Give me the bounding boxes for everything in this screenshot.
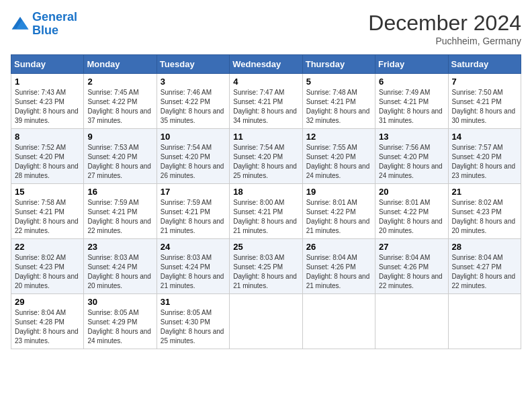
col-header-friday: Friday bbox=[375, 55, 448, 74]
day-detail: Sunrise: 7:52 AMSunset: 4:20 PMDaylight:… bbox=[15, 144, 79, 179]
day-number: 19 bbox=[306, 187, 371, 197]
col-header-monday: Monday bbox=[84, 55, 157, 74]
calendar-cell: 7 Sunrise: 7:50 AMSunset: 4:21 PMDayligh… bbox=[448, 74, 521, 129]
day-detail: Sunrise: 8:01 AMSunset: 4:22 PMDaylight:… bbox=[306, 199, 370, 234]
calendar-header-row: SundayMondayTuesdayWednesdayThursdayFrid… bbox=[11, 55, 521, 74]
day-detail: Sunrise: 8:03 AMSunset: 4:25 PMDaylight:… bbox=[233, 254, 297, 289]
calendar-cell bbox=[302, 294, 375, 349]
day-detail: Sunrise: 7:49 AMSunset: 4:21 PMDaylight:… bbox=[379, 89, 443, 124]
logo: General Blue bbox=[11, 11, 77, 38]
calendar-table: SundayMondayTuesdayWednesdayThursdayFrid… bbox=[11, 54, 521, 349]
calendar-cell: 14 Sunrise: 7:57 AMSunset: 4:20 PMDaylig… bbox=[448, 129, 521, 184]
calendar-cell: 16 Sunrise: 7:59 AMSunset: 4:21 PMDaylig… bbox=[84, 184, 157, 239]
day-detail: Sunrise: 7:54 AMSunset: 4:20 PMDaylight:… bbox=[161, 144, 224, 179]
day-number: 17 bbox=[161, 187, 226, 197]
calendar-cell: 5 Sunrise: 7:48 AMSunset: 4:21 PMDayligh… bbox=[302, 74, 375, 129]
day-number: 3 bbox=[161, 77, 226, 87]
col-header-saturday: Saturday bbox=[448, 55, 521, 74]
day-detail: Sunrise: 8:04 AMSunset: 4:26 PMDaylight:… bbox=[379, 254, 443, 289]
calendar-cell: 18 Sunrise: 8:00 AMSunset: 4:21 PMDaylig… bbox=[230, 184, 302, 239]
day-number: 22 bbox=[15, 242, 80, 252]
day-detail: Sunrise: 8:03 AMSunset: 4:24 PMDaylight:… bbox=[87, 254, 151, 289]
day-detail: Sunrise: 8:05 AMSunset: 4:30 PMDaylight:… bbox=[161, 309, 224, 345]
calendar-cell: 9 Sunrise: 7:53 AMSunset: 4:20 PMDayligh… bbox=[84, 129, 157, 184]
title-area: December 2024 Puchheim, Germany bbox=[368, 11, 521, 46]
day-detail: Sunrise: 7:47 AMSunset: 4:21 PMDaylight:… bbox=[233, 89, 297, 124]
calendar-cell: 22 Sunrise: 8:02 AMSunset: 4:23 PMDaylig… bbox=[11, 239, 84, 294]
day-number: 14 bbox=[452, 132, 517, 142]
calendar-cell: 31 Sunrise: 8:05 AMSunset: 4:30 PMDaylig… bbox=[157, 294, 229, 349]
logo-text: General Blue bbox=[32, 11, 77, 38]
day-detail: Sunrise: 7:43 AMSunset: 4:23 PMDaylight:… bbox=[15, 89, 79, 124]
day-detail: Sunrise: 7:50 AMSunset: 4:21 PMDaylight:… bbox=[452, 89, 516, 124]
month-title: December 2024 bbox=[368, 11, 521, 36]
calendar-cell: 20 Sunrise: 8:01 AMSunset: 4:22 PMDaylig… bbox=[375, 184, 448, 239]
calendar-cell: 6 Sunrise: 7:49 AMSunset: 4:21 PMDayligh… bbox=[375, 74, 448, 129]
calendar-cell bbox=[448, 294, 521, 349]
day-number: 18 bbox=[233, 187, 298, 197]
calendar-cell: 2 Sunrise: 7:45 AMSunset: 4:22 PMDayligh… bbox=[84, 74, 157, 129]
day-number: 7 bbox=[452, 77, 517, 87]
logo-icon bbox=[11, 15, 30, 34]
day-detail: Sunrise: 8:01 AMSunset: 4:22 PMDaylight:… bbox=[379, 199, 443, 234]
calendar-week-row: 15 Sunrise: 7:58 AMSunset: 4:21 PMDaylig… bbox=[11, 184, 521, 239]
day-number: 26 bbox=[306, 242, 371, 252]
day-number: 27 bbox=[379, 242, 444, 252]
day-number: 15 bbox=[15, 187, 80, 197]
day-number: 11 bbox=[233, 132, 298, 142]
day-detail: Sunrise: 7:48 AMSunset: 4:21 PMDaylight:… bbox=[306, 89, 370, 124]
calendar-cell: 17 Sunrise: 7:59 AMSunset: 4:21 PMDaylig… bbox=[157, 184, 229, 239]
col-header-wednesday: Wednesday bbox=[230, 55, 302, 74]
day-number: 8 bbox=[15, 132, 80, 142]
calendar-cell: 25 Sunrise: 8:03 AMSunset: 4:25 PMDaylig… bbox=[230, 239, 302, 294]
day-number: 25 bbox=[233, 242, 298, 252]
col-header-sunday: Sunday bbox=[11, 55, 84, 74]
day-detail: Sunrise: 7:59 AMSunset: 4:21 PMDaylight:… bbox=[161, 199, 224, 234]
calendar-cell bbox=[375, 294, 448, 349]
day-detail: Sunrise: 8:02 AMSunset: 4:23 PMDaylight:… bbox=[15, 254, 79, 289]
calendar-cell bbox=[230, 294, 302, 349]
col-header-tuesday: Tuesday bbox=[157, 55, 229, 74]
calendar-cell: 19 Sunrise: 8:01 AMSunset: 4:22 PMDaylig… bbox=[302, 184, 375, 239]
day-detail: Sunrise: 7:57 AMSunset: 4:20 PMDaylight:… bbox=[452, 144, 516, 179]
day-detail: Sunrise: 7:59 AMSunset: 4:21 PMDaylight:… bbox=[87, 199, 151, 234]
day-detail: Sunrise: 8:04 AMSunset: 4:26 PMDaylight:… bbox=[306, 254, 370, 289]
day-number: 30 bbox=[87, 297, 152, 307]
calendar-cell: 11 Sunrise: 7:54 AMSunset: 4:20 PMDaylig… bbox=[230, 129, 302, 184]
calendar-cell: 1 Sunrise: 7:43 AMSunset: 4:23 PMDayligh… bbox=[11, 74, 84, 129]
day-number: 16 bbox=[87, 187, 152, 197]
calendar-cell: 23 Sunrise: 8:03 AMSunset: 4:24 PMDaylig… bbox=[84, 239, 157, 294]
day-detail: Sunrise: 7:56 AMSunset: 4:20 PMDaylight:… bbox=[379, 144, 443, 179]
calendar-cell: 10 Sunrise: 7:54 AMSunset: 4:20 PMDaylig… bbox=[157, 129, 229, 184]
location: Puchheim, Germany bbox=[368, 36, 521, 46]
calendar-cell: 12 Sunrise: 7:55 AMSunset: 4:20 PMDaylig… bbox=[302, 129, 375, 184]
day-number: 10 bbox=[161, 132, 226, 142]
day-detail: Sunrise: 7:58 AMSunset: 4:21 PMDaylight:… bbox=[15, 199, 79, 234]
calendar-week-row: 29 Sunrise: 8:04 AMSunset: 4:28 PMDaylig… bbox=[11, 294, 521, 349]
day-detail: Sunrise: 8:00 AMSunset: 4:21 PMDaylight:… bbox=[233, 199, 297, 234]
calendar-cell: 15 Sunrise: 7:58 AMSunset: 4:21 PMDaylig… bbox=[11, 184, 84, 239]
day-detail: Sunrise: 7:46 AMSunset: 4:22 PMDaylight:… bbox=[161, 89, 224, 124]
calendar-cell: 24 Sunrise: 8:03 AMSunset: 4:24 PMDaylig… bbox=[157, 239, 229, 294]
calendar-cell: 28 Sunrise: 8:04 AMSunset: 4:27 PMDaylig… bbox=[448, 239, 521, 294]
calendar-week-row: 8 Sunrise: 7:52 AMSunset: 4:20 PMDayligh… bbox=[11, 129, 521, 184]
day-detail: Sunrise: 8:02 AMSunset: 4:23 PMDaylight:… bbox=[452, 199, 516, 234]
col-header-thursday: Thursday bbox=[302, 55, 375, 74]
day-detail: Sunrise: 7:55 AMSunset: 4:20 PMDaylight:… bbox=[306, 144, 370, 179]
day-number: 1 bbox=[15, 77, 80, 87]
calendar-cell: 3 Sunrise: 7:46 AMSunset: 4:22 PMDayligh… bbox=[157, 74, 229, 129]
page-header: General Blue December 2024 Puchheim, Ger… bbox=[11, 11, 521, 46]
day-number: 29 bbox=[15, 297, 80, 307]
day-detail: Sunrise: 7:45 AMSunset: 4:22 PMDaylight:… bbox=[87, 89, 151, 124]
day-number: 28 bbox=[452, 242, 517, 252]
day-detail: Sunrise: 7:54 AMSunset: 4:20 PMDaylight:… bbox=[233, 144, 297, 179]
calendar-cell: 8 Sunrise: 7:52 AMSunset: 4:20 PMDayligh… bbox=[11, 129, 84, 184]
calendar-cell: 27 Sunrise: 8:04 AMSunset: 4:26 PMDaylig… bbox=[375, 239, 448, 294]
calendar-cell: 26 Sunrise: 8:04 AMSunset: 4:26 PMDaylig… bbox=[302, 239, 375, 294]
day-number: 23 bbox=[87, 242, 152, 252]
day-number: 24 bbox=[161, 242, 226, 252]
calendar-cell: 13 Sunrise: 7:56 AMSunset: 4:20 PMDaylig… bbox=[375, 129, 448, 184]
calendar-cell: 29 Sunrise: 8:04 AMSunset: 4:28 PMDaylig… bbox=[11, 294, 84, 349]
day-number: 12 bbox=[306, 132, 371, 142]
calendar-cell: 4 Sunrise: 7:47 AMSunset: 4:21 PMDayligh… bbox=[230, 74, 302, 129]
